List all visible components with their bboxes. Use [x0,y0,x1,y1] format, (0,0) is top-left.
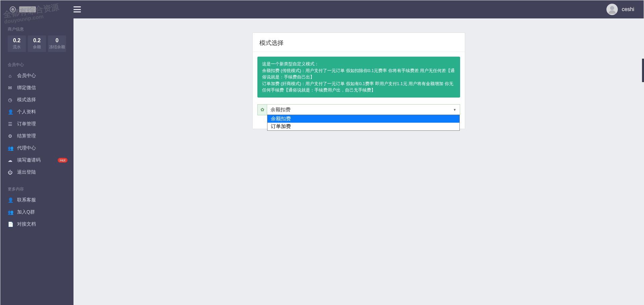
cloud-icon: ☁ [8,158,12,163]
stat-label: 流水 [8,44,26,50]
stat-box: 0冻结余额 [48,36,66,52]
main-content: 模式选择 这是一个新类型自定义模式： 余额扣费 (传统模式)：用户支付了一元订单… [73,18,644,305]
sidebar-item[interactable]: ☰订单管理 [0,118,73,130]
stat-label: 余额 [28,44,46,50]
alert-line2: 余额扣费 (传统模式)：用户支付了一元订单 假如扣除你0.1元费率 你将有手续费… [262,67,455,80]
alert-line1: 这是一个新类型自定义模式： [262,61,455,67]
stat-value: 0.2 [8,38,26,44]
section-member-center: 会员中心 [0,59,73,70]
gear-icon: ✿ [258,105,267,115]
sidebar-item[interactable]: ☁填写邀请码Hot [0,154,73,166]
mode-select[interactable]: 余额扣费 ▼ [267,105,460,115]
clock-icon: ◷ [8,97,12,103]
sidebar-item-label: 会员中心 [17,73,36,79]
stat-box: 0.2余额 [28,36,46,52]
mode-select-option[interactable]: 订单加费 [267,123,459,130]
menu-toggle-button[interactable] [73,6,81,12]
sidebar-item[interactable]: 👥代理中心 [0,142,73,154]
sidebar-item[interactable]: ⚙结算管理 [0,130,73,142]
mode-select-card: 模式选择 这是一个新类型自定义模式： 余额扣费 (传统模式)：用户支付了一元订单… [252,33,465,129]
section-more: 更多内容 [0,183,73,194]
home-icon: ⌂ [8,73,12,78]
sidebar-item-label: 结算管理 [17,133,36,139]
sidebar-item-label: 个人资料 [17,109,36,115]
sidebar-item[interactable]: 👥加入Q群 [0,206,73,218]
sidebar-item-label: 联系客服 [17,197,36,203]
info-alert: 这是一个新类型自定义模式： 余额扣费 (传统模式)：用户支付了一元订单 假如扣除… [257,57,460,98]
stat-box: 0.2流水 [8,36,26,52]
doc-icon: 📄 [8,222,12,227]
users-icon: 👥 [8,145,12,151]
user-area[interactable]: ceshi [606,4,644,15]
card-title: 模式选择 [253,33,465,52]
sidebar-item-label: 对接文档 [17,221,36,227]
list-icon: ☰ [8,121,12,127]
mode-select-dropdown: 余额扣费订单加费 [267,115,460,131]
hot-badge: Hot [58,158,67,163]
sidebar-item[interactable]: ⌂会员中心 [0,70,73,82]
sidebar-item-label: 加入Q群 [17,209,35,215]
group-icon: 👥 [8,209,12,215]
logo-icon [10,6,16,12]
mode-select-option[interactable]: 余额扣费 [267,115,459,123]
chat-icon: 👤 [8,197,12,203]
stat-row: 0.2流水0.2余额0冻结余额 [0,34,73,54]
topbar: ceshi [0,0,644,18]
sidebar-item[interactable]: ◷模式选择 [0,94,73,106]
alert-line3: 订单加费 (奸商模式)：用户支付了一元订单 假如有0.1费率 即用户支付1.1元… [262,80,455,94]
sidebar-item[interactable]: 👤联系客服 [0,194,73,206]
power-icon: ⏻ [8,170,12,175]
mode-select-wrap: ✿ 余额扣费 ▼ 余额扣费订单加费 [257,104,460,115]
mode-select-value: 余额扣费 [270,107,291,113]
sidebar-item[interactable]: 👤个人资料 [0,106,73,118]
logo-area [0,0,73,18]
chevron-down-icon: ▼ [453,108,456,112]
sidebar-item-label: 填写邀请码 [17,157,41,163]
sidebar: 商户信息 0.2流水0.2余额0冻结余额 会员中心 ⌂会员中心✉绑定微信◷模式选… [0,18,73,305]
sidebar-item[interactable]: ✉绑定微信 [0,82,73,94]
avatar-icon [606,4,618,15]
username: ceshi [622,6,634,12]
sidebar-item[interactable]: ⏻退出登陆 [0,166,73,178]
sidebar-item-label: 退出登陆 [17,169,36,175]
stat-value: 0 [48,38,66,44]
user-icon: 👤 [8,109,12,115]
sidebar-item-label: 模式选择 [17,97,36,103]
sidebar-item-label: 代理中心 [17,145,36,151]
wechat-icon: ✉ [8,85,12,90]
sidebar-item-label: 绑定微信 [17,85,36,91]
sidebar-item[interactable]: 📄对接文档 [0,218,73,230]
sidebar-item-label: 订单管理 [17,121,36,127]
stat-label: 冻结余额 [48,44,66,50]
logo-text [19,6,36,12]
section-merchant-info: 商户信息 [0,23,73,34]
stat-value: 0.2 [28,38,46,44]
right-indicator [642,59,644,82]
gear-icon: ⚙ [8,133,12,139]
